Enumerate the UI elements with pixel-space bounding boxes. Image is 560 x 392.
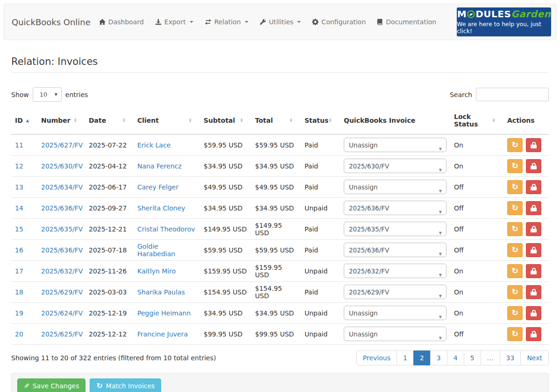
quickbooks-invoice-select[interactable]: Unassign bbox=[344, 327, 447, 341]
sync-invoice-button[interactable]: ↻ bbox=[507, 327, 523, 341]
quickbooks-invoice-select[interactable]: 2025/636/FV bbox=[344, 201, 447, 215]
page-length-select[interactable]: 10 bbox=[33, 87, 62, 102]
invoice-id-cell: 17 bbox=[11, 260, 37, 281]
nav-item-label: Documentation bbox=[386, 18, 436, 26]
invoice-id-link[interactable]: 12 bbox=[15, 162, 23, 170]
quickbooks-invoice-select[interactable]: Unassign bbox=[344, 180, 447, 194]
sync-invoice-button[interactable]: ↻ bbox=[507, 138, 523, 152]
lock-invoice-button[interactable] bbox=[526, 222, 541, 236]
nav-item-utilities[interactable]: Utilities bbox=[260, 18, 301, 26]
quickbooks-invoice-select[interactable]: Unassign bbox=[344, 306, 447, 320]
column-header-lock-status[interactable]: Lock Status▲▼ bbox=[450, 108, 503, 134]
invoice-id-link[interactable]: 20 bbox=[15, 330, 23, 338]
actions-cell: ↻ bbox=[503, 197, 549, 218]
client-link[interactable]: Sharika Paulas bbox=[137, 288, 185, 296]
client-link[interactable]: Sherita Cloney bbox=[137, 204, 185, 212]
status-cell: Unpaid bbox=[301, 197, 340, 218]
page-button-3[interactable]: 3 bbox=[430, 350, 447, 365]
logo-text-modules: DULES bbox=[475, 9, 511, 19]
show-label: Show bbox=[11, 91, 29, 98]
nav-item-documentation[interactable]: Documentation bbox=[377, 18, 436, 26]
sync-invoice-button[interactable]: ↻ bbox=[507, 201, 523, 215]
client-link[interactable]: Erick Lace bbox=[137, 141, 170, 149]
nav-item-configuration[interactable]: Configuration bbox=[312, 18, 366, 26]
invoice-id-link[interactable]: 17 bbox=[15, 267, 23, 275]
sync-invoice-button[interactable]: ↻ bbox=[507, 159, 523, 173]
invoice-number-link[interactable]: 2025/636/FV bbox=[41, 204, 83, 212]
modulesgarden-banner[interactable]: MDULESGarden We are here to help you, ju… bbox=[457, 7, 551, 36]
lock-invoice-button[interactable] bbox=[526, 285, 541, 299]
sync-invoice-button[interactable]: ↻ bbox=[507, 285, 523, 299]
search-input[interactable] bbox=[476, 88, 549, 101]
lock-invoice-button[interactable] bbox=[526, 264, 541, 278]
page-button-next[interactable]: Next bbox=[520, 350, 549, 365]
column-header-client[interactable]: Client▲▼ bbox=[134, 108, 200, 134]
quickbooks-invoice-select[interactable]: 2025/632/FV bbox=[344, 264, 447, 278]
invoice-number-link[interactable]: 2025/635/FV bbox=[41, 225, 83, 233]
match-invoices-button[interactable]: ↻ Match Invoices bbox=[90, 378, 161, 392]
lock-invoice-button[interactable] bbox=[526, 306, 541, 320]
page-button-5[interactable]: 5 bbox=[464, 350, 481, 365]
invoice-id-link[interactable]: 11 bbox=[15, 141, 23, 149]
page-button-4[interactable]: 4 bbox=[447, 350, 464, 365]
quickbooks-invoice-cell: 2025/635/FV▼ bbox=[340, 218, 450, 239]
invoice-number-link[interactable]: 2025/636/FV bbox=[41, 246, 83, 254]
client-link[interactable]: Nana Ferencz bbox=[137, 162, 182, 170]
nav-item-relation[interactable]: Relation bbox=[205, 18, 248, 26]
invoice-number-link[interactable]: 2025/629/FV bbox=[41, 288, 83, 296]
invoice-number-link[interactable]: 2025/632/FV bbox=[41, 267, 83, 275]
client-link[interactable]: Francine Juvera bbox=[137, 330, 188, 338]
invoice-date-cell: 2025-06-17 bbox=[85, 176, 134, 197]
lock-invoice-button[interactable] bbox=[526, 180, 541, 194]
invoice-number-link[interactable]: 2025/624/FV bbox=[41, 309, 83, 317]
page-button-1[interactable]: 1 bbox=[397, 350, 414, 365]
lock-invoice-button[interactable] bbox=[526, 201, 541, 215]
save-changes-button[interactable]: ✎ Save Changes bbox=[17, 378, 85, 392]
invoice-id-link[interactable]: 19 bbox=[15, 309, 23, 317]
quickbooks-invoice-select[interactable]: 2025/629/FV bbox=[344, 285, 447, 299]
page: QuickBooks Online Dashboard Export Relat… bbox=[0, 0, 560, 392]
page-button-previous[interactable]: Previous bbox=[356, 350, 397, 365]
lock-invoice-button[interactable] bbox=[526, 243, 541, 257]
lock-invoice-button[interactable] bbox=[526, 327, 541, 341]
lock-invoice-button[interactable] bbox=[526, 138, 541, 152]
sync-invoice-button[interactable]: ↻ bbox=[507, 243, 523, 257]
invoice-number-link[interactable]: 2025/630/FV bbox=[41, 162, 83, 170]
nav-item-dashboard[interactable]: Dashboard bbox=[99, 18, 144, 26]
quickbooks-invoice-select[interactable]: 2025/635/FV bbox=[344, 222, 447, 236]
page-button-33[interactable]: 33 bbox=[500, 350, 521, 365]
invoice-id-link[interactable]: 18 bbox=[15, 288, 23, 296]
invoice-id-cell: 13 bbox=[11, 176, 37, 197]
column-header-subtotal[interactable]: Subtotal▲▼ bbox=[200, 108, 251, 134]
column-header-number[interactable]: Number▲▼ bbox=[37, 108, 85, 134]
column-header-date[interactable]: Date▲▼ bbox=[85, 108, 134, 134]
client-link[interactable]: Kaitlyn Miro bbox=[137, 267, 176, 275]
client-link[interactable]: Carey Felger bbox=[137, 183, 178, 191]
invoice-id-link[interactable]: 13 bbox=[15, 183, 23, 191]
column-header-id[interactable]: ID▲ bbox=[11, 108, 37, 134]
sync-invoice-button[interactable]: ↻ bbox=[507, 222, 523, 236]
column-header-total[interactable]: Total▲▼ bbox=[251, 108, 301, 134]
total-cell: $154.95 USD bbox=[251, 281, 301, 302]
sync-invoice-button[interactable]: ↻ bbox=[507, 306, 523, 320]
lock-invoice-button[interactable] bbox=[526, 159, 541, 173]
client-link[interactable]: Goldie Harabedian bbox=[137, 243, 175, 258]
sync-invoice-button[interactable]: ↻ bbox=[507, 264, 523, 278]
invoice-number-link[interactable]: 2025/627/FV bbox=[41, 141, 83, 149]
column-header-status[interactable]: Status▲▼ bbox=[301, 108, 340, 134]
quickbooks-invoice-select[interactable]: Unassign bbox=[344, 138, 447, 152]
invoice-id-link[interactable]: 14 bbox=[15, 204, 23, 212]
invoice-id-link[interactable]: 15 bbox=[15, 225, 23, 233]
actions-cell: ↻ bbox=[503, 134, 549, 155]
invoice-number-link[interactable]: 2025/625/FV bbox=[41, 330, 83, 338]
page-button-2[interactable]: 2 bbox=[413, 350, 431, 365]
client-link[interactable]: Peggie Heimann bbox=[137, 309, 191, 317]
quickbooks-invoice-select[interactable]: 2025/636/FV bbox=[344, 243, 447, 257]
invoice-number-link[interactable]: 2025/634/FV bbox=[41, 183, 83, 191]
invoice-id-link[interactable]: 16 bbox=[15, 246, 23, 254]
quickbooks-invoice-select[interactable]: 2025/630/FV bbox=[344, 159, 447, 173]
status-cell: Paid bbox=[301, 134, 340, 155]
sync-invoice-button[interactable]: ↻ bbox=[507, 180, 523, 194]
nav-item-export[interactable]: Export bbox=[155, 18, 193, 26]
client-link[interactable]: Cristal Theodorov bbox=[137, 225, 195, 233]
